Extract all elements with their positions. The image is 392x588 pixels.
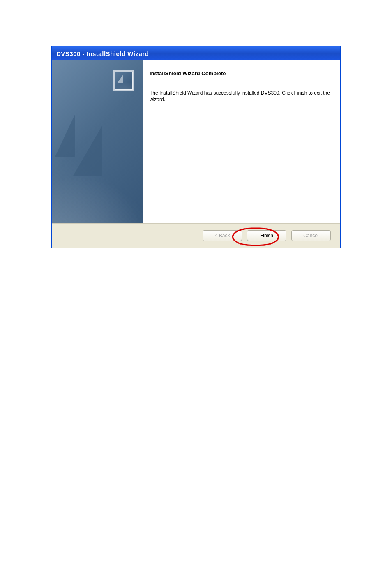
page-heading: InstallShield Wizard Complete	[150, 70, 331, 76]
page-body-text: The InstallShield Wizard has successfull…	[150, 90, 331, 103]
window-title: DVS300 - InstallShield Wizard	[56, 50, 149, 57]
cancel-button: Cancel	[291, 230, 331, 241]
wizard-sidebar-image	[52, 60, 143, 223]
titlebar[interactable]: DVS300 - InstallShield Wizard	[52, 46, 340, 60]
content-area: InstallShield Wizard Complete The Instal…	[143, 60, 340, 223]
sail-graphic-icon	[55, 114, 75, 157]
body-area: InstallShield Wizard Complete The Instal…	[52, 60, 340, 223]
installer-window: DVS300 - InstallShield Wizard InstallShi…	[52, 46, 340, 248]
finish-button[interactable]: Finish	[247, 230, 286, 241]
button-bar: < Back Finish Cancel	[52, 223, 340, 248]
sail-graphic-icon	[73, 125, 102, 176]
back-button: < Back	[203, 230, 242, 241]
installshield-logo-icon	[113, 70, 134, 91]
